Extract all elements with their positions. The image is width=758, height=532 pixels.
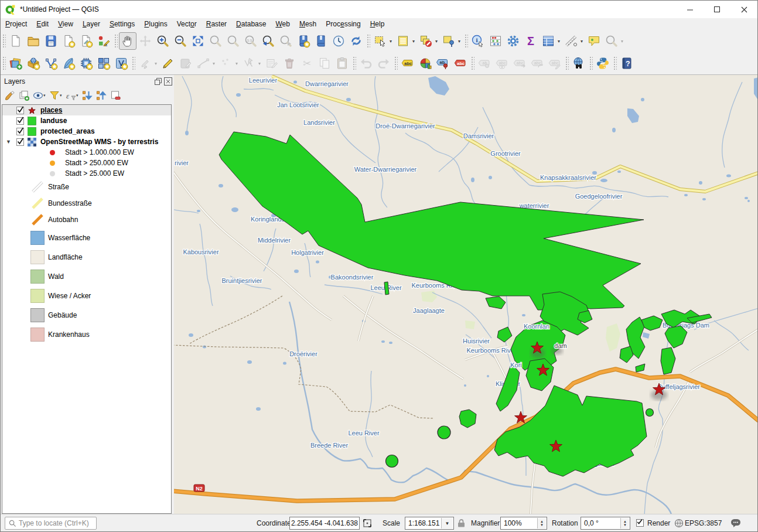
new-project-button[interactable] <box>7 32 25 50</box>
deselect-features-button[interactable] <box>417 32 435 50</box>
menu-web[interactable]: Web <box>271 18 294 30</box>
map-tips-button[interactable] <box>585 32 603 50</box>
menu-mesh[interactable]: Mesh <box>295 18 321 30</box>
layer-item-landuse[interactable]: landuse <box>2 115 171 126</box>
menu-layer[interactable]: Layer <box>78 18 105 30</box>
open-layer-styling-button[interactable] <box>3 89 17 102</box>
rotation-spinbox[interactable]: 0,0 °▲▼ <box>581 517 630 530</box>
pin-unpin-labels-button[interactable]: ab <box>476 54 493 72</box>
layer-checkbox[interactable] <box>16 138 24 146</box>
attribute-table-button[interactable] <box>540 32 557 50</box>
zoom-to-selection-button[interactable] <box>207 32 224 50</box>
menu-database[interactable]: Database <box>231 18 271 30</box>
undo-button[interactable] <box>357 54 375 72</box>
messages-icon[interactable] <box>730 518 741 528</box>
locate-input[interactable]: Type to locate (Ctrl+K) <box>5 517 97 530</box>
select-by-location-button[interactable] <box>440 32 457 50</box>
current-edits-button[interactable] <box>136 54 154 72</box>
zoom-in-button[interactable] <box>154 32 172 50</box>
layer-checkbox[interactable] <box>16 107 24 114</box>
annotation-nav-button[interactable] <box>603 32 620 50</box>
save-edits-button[interactable] <box>177 54 194 72</box>
new-bookmark-button[interactable] <box>295 32 312 50</box>
crs-globe-icon[interactable] <box>674 519 684 528</box>
highlight-labels-button[interactable]: abc <box>452 54 469 72</box>
new-mesh-layer-button[interactable] <box>112 54 130 72</box>
rotate-label-button[interactable]: abc <box>528 54 546 72</box>
pan-to-selection-button[interactable] <box>136 32 154 50</box>
measure-line-dropdown[interactable]: ▾ <box>581 39 585 44</box>
close-panel-icon[interactable] <box>164 77 172 86</box>
layer-checkbox[interactable] <box>16 117 24 125</box>
modify-attributes-button[interactable] <box>263 54 281 72</box>
add-circular-button[interactable] <box>217 54 235 72</box>
select-by-value-button[interactable] <box>394 32 412 50</box>
select-features-dropdown[interactable]: ▾ <box>390 39 394 44</box>
field-calculator-button[interactable] <box>487 32 504 50</box>
vertex-tool-dropdown[interactable]: ▾ <box>258 61 263 66</box>
attribute-table-dropdown[interactable]: ▾ <box>558 39 562 44</box>
menu-help[interactable]: Help <box>366 18 390 30</box>
zoom-next-button[interactable] <box>277 32 295 50</box>
menu-plugins[interactable]: Plugins <box>139 18 172 30</box>
float-panel-icon[interactable] <box>154 77 162 86</box>
select-features-button[interactable] <box>371 32 389 50</box>
pin-labels-button[interactable]: ab <box>434 54 452 72</box>
digitize-line-button[interactable] <box>194 54 212 72</box>
paste-features-button[interactable] <box>333 54 351 72</box>
zoom-last-button[interactable] <box>260 32 277 50</box>
select-by-location-dropdown[interactable]: ▾ <box>458 39 463 44</box>
move-label-button[interactable]: abc <box>511 54 528 72</box>
redo-button[interactable] <box>375 54 392 72</box>
menu-vector[interactable]: Vector <box>172 18 202 30</box>
zoom-out-button[interactable] <box>172 32 189 50</box>
new-grass-layer-button[interactable] <box>77 54 95 72</box>
statistical-summary-button[interactable]: Σ <box>522 32 540 50</box>
style-manager-button[interactable]: a <box>95 32 112 50</box>
vertex-tool-button[interactable] <box>240 54 258 72</box>
magnifier-spinbox[interactable]: 100%▲▼ <box>500 517 547 530</box>
python-console-button[interactable] <box>594 54 612 72</box>
new-shapefile-layer-button[interactable] <box>42 54 60 72</box>
metasearch-button[interactable] <box>570 54 588 72</box>
save-project-button[interactable] <box>42 32 60 50</box>
lock-icon[interactable] <box>457 519 466 528</box>
collapse-all-button[interactable] <box>94 89 108 102</box>
menu-settings[interactable]: Settings <box>105 18 139 30</box>
map-canvas[interactable]: N2rivierLeeurivierDwarriegarivierJan Loo… <box>174 75 757 514</box>
digitize-line-dropdown[interactable]: ▾ <box>213 61 217 66</box>
extents-icon[interactable] <box>363 519 372 528</box>
new-geopackage-layer-button[interactable] <box>60 54 77 72</box>
toggle-editing-button[interactable] <box>159 54 177 72</box>
temporal-controller-button[interactable] <box>330 32 347 50</box>
menu-raster[interactable]: Raster <box>202 18 231 30</box>
current-edits-dropdown[interactable]: ▾ <box>155 61 159 66</box>
annotation-nav-dropdown[interactable]: ▾ <box>621 39 626 44</box>
identify-features-button[interactable]: i <box>469 32 487 50</box>
delete-selected-button[interactable] <box>281 54 298 72</box>
deselect-features-dropdown[interactable]: ▾ <box>435 39 440 44</box>
add-vector-layer-button[interactable] <box>25 54 42 72</box>
menu-processing[interactable]: Processing <box>321 18 365 30</box>
render-checkbox[interactable] <box>636 519 644 527</box>
menu-project[interactable]: Project <box>1 18 32 30</box>
menu-edit[interactable]: Edit <box>32 18 53 30</box>
epsg-label[interactable]: EPSG:3857 <box>685 514 722 532</box>
add-circular-dropdown[interactable]: ▾ <box>235 61 240 66</box>
minimize-button[interactable] <box>677 1 704 18</box>
layer-item-protected-areas[interactable]: protected_areas <box>2 126 171 137</box>
data-source-manager-button[interactable] <box>7 54 25 72</box>
zoom-native-button[interactable]: 1:1 <box>242 32 260 50</box>
show-hidden-labels-button[interactable]: abc <box>493 54 511 72</box>
select-by-value-dropdown[interactable]: ▾ <box>412 39 417 44</box>
menu-view[interactable]: View <box>53 18 78 30</box>
layer-item-places[interactable]: places <box>2 105 171 115</box>
zoom-to-layer-button[interactable] <box>224 32 242 50</box>
expand-all-button[interactable] <box>80 89 94 102</box>
new-print-layout-button[interactable] <box>60 32 77 50</box>
pan-map-button[interactable] <box>119 32 136 50</box>
layer-item-openstreetmap-wms-by-terrestris[interactable]: ▼OpenStreetMap WMS - by terrestris <box>2 137 171 147</box>
refresh-map-button[interactable] <box>347 32 365 50</box>
measure-line-button[interactable] <box>562 32 580 50</box>
open-project-button[interactable] <box>25 32 42 50</box>
